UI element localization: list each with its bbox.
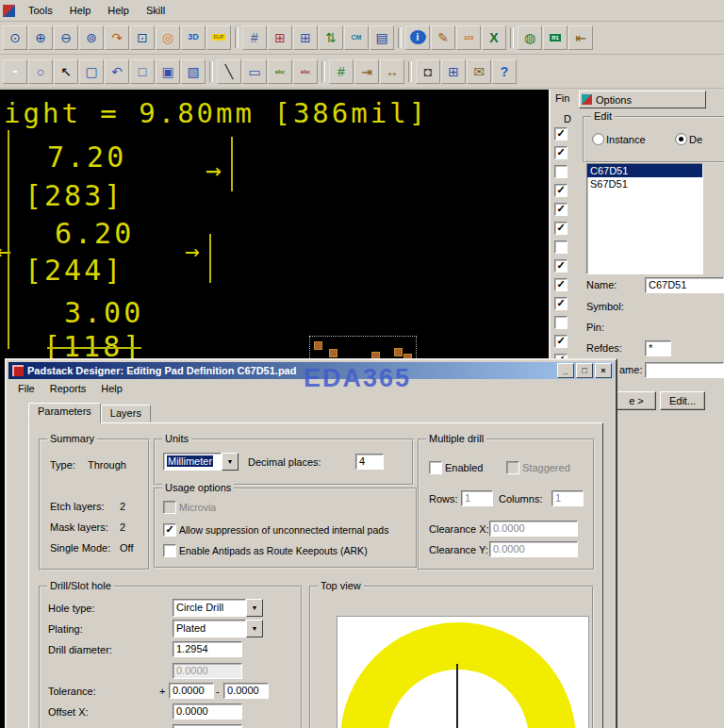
menu-tools[interactable]: Tools bbox=[20, 3, 61, 18]
find-panel-tab[interactable]: Fin bbox=[555, 92, 569, 104]
net-schedule-button[interactable]: # bbox=[329, 59, 354, 84]
tab-layers[interactable]: Layers bbox=[101, 405, 151, 422]
chevron-down-icon[interactable]: ▼ bbox=[222, 453, 239, 471]
tolerance-plus-field[interactable]: 0.0000 bbox=[169, 683, 214, 699]
change-button[interactable]: e > bbox=[617, 391, 656, 410]
blank-tool-button[interactable] bbox=[3, 59, 27, 84]
export-excel-button[interactable]: X bbox=[482, 25, 506, 50]
units-combobox[interactable]: Millimeter ▼ bbox=[163, 453, 239, 471]
visibility-checkbox[interactable] bbox=[554, 316, 568, 329]
rect-tool-button[interactable]: □ bbox=[130, 59, 155, 84]
flip-design-button[interactable]: FLIP bbox=[206, 25, 231, 50]
visibility-checkbox[interactable] bbox=[554, 165, 568, 178]
list-item[interactable]: C67D51 bbox=[587, 164, 702, 177]
visibility-checkbox[interactable]: ✓ bbox=[554, 203, 568, 216]
usage-checkbox-1[interactable] bbox=[163, 501, 176, 514]
zoom-world-button[interactable]: ⊡ bbox=[130, 25, 155, 50]
rows-field[interactable]: 1 bbox=[461, 490, 493, 506]
numbers-button[interactable]: 123 bbox=[456, 25, 481, 50]
copy-view-button[interactable]: ⊞ bbox=[441, 59, 466, 84]
field-value[interactable]: C67D51 bbox=[645, 277, 724, 293]
visibility-checkbox[interactable]: ✓ bbox=[554, 278, 568, 291]
select-cursor-button[interactable]: ↖ bbox=[54, 59, 78, 84]
chevron-down-icon[interactable]: ▼ bbox=[246, 620, 263, 637]
edit-button[interactable]: Edit... bbox=[660, 391, 705, 410]
edit-mode-radio-instance[interactable] bbox=[592, 133, 604, 145]
clearance-y-field[interactable]: 0.0000 bbox=[489, 541, 578, 557]
dialog-titlebar[interactable]: Padstack Designer: Editing Pad Definitio… bbox=[8, 362, 614, 379]
toolbar-separator bbox=[209, 61, 213, 82]
dialog-menu-reports[interactable]: Reports bbox=[42, 381, 94, 396]
usage-checkbox-3[interactable] bbox=[163, 544, 176, 557]
text-tool-button[interactable]: abc bbox=[268, 59, 292, 84]
visibility-checkbox[interactable]: ✓ bbox=[554, 146, 568, 159]
cross-section-button[interactable]: CM bbox=[344, 25, 369, 50]
offset-y-field[interactable]: 0.0000 bbox=[173, 724, 242, 728]
assign-color-button[interactable]: ⊞ bbox=[293, 25, 318, 50]
padstack-list[interactable]: C67D51S67D51 bbox=[586, 163, 703, 274]
offset-x-field[interactable]: 0.0000 bbox=[173, 703, 242, 720]
snapshot-button[interactable]: ◘ bbox=[416, 59, 440, 84]
visibility-checkbox[interactable]: ✓ bbox=[554, 127, 568, 141]
zoom-in-button[interactable]: ⊕ bbox=[28, 25, 53, 50]
undo-move-button[interactable]: ↶ bbox=[105, 59, 129, 84]
export-mail-button[interactable]: ✉ bbox=[467, 59, 491, 84]
visibility-checkbox[interactable] bbox=[554, 240, 568, 254]
dialog-menu-file[interactable]: File bbox=[10, 381, 42, 396]
zoom-out-button[interactable]: ⊖ bbox=[54, 25, 78, 50]
visibility-checkbox[interactable]: ✓ bbox=[554, 335, 568, 348]
info-button[interactable]: i bbox=[405, 25, 430, 50]
columns-field[interactable]: 1 bbox=[551, 490, 584, 506]
field-value[interactable]: * bbox=[645, 340, 671, 356]
grid-toggle-button[interactable]: # bbox=[242, 25, 267, 50]
visibility-checkbox[interactable]: ✓ bbox=[554, 184, 568, 197]
drill-diameter-field[interactable]: 1.2954 bbox=[173, 641, 242, 657]
hole-type-combobox[interactable]: Circle Drill ▼ bbox=[173, 599, 263, 617]
tab-parameters[interactable]: Parameters bbox=[28, 403, 101, 423]
artwork-film-button[interactable]: ▤ bbox=[370, 25, 394, 50]
shape-tool-button[interactable]: ▭ bbox=[242, 59, 267, 84]
usage-checkbox-2[interactable]: ✓ bbox=[163, 523, 176, 537]
chevron-down-icon[interactable]: ▼ bbox=[246, 599, 263, 617]
r1-tool-button[interactable]: R1 bbox=[543, 25, 568, 50]
select-window-button[interactable]: ▧ bbox=[181, 59, 206, 84]
minimize-button[interactable]: _ bbox=[557, 363, 574, 378]
decimal-places-field[interactable]: 4 bbox=[355, 454, 384, 470]
dimension-extension-button[interactable]: ⇥ bbox=[354, 59, 379, 84]
text-edit-tool-button[interactable]: abc bbox=[293, 59, 318, 84]
circle-tool-button[interactable]: ○ bbox=[28, 59, 53, 84]
visibility-checkbox[interactable]: ✓ bbox=[554, 259, 568, 273]
shell-tool-button[interactable]: ◎ bbox=[156, 25, 180, 50]
zoom-previous-button[interactable]: ⊚ bbox=[79, 25, 104, 50]
visibility-checkbox[interactable]: ✓ bbox=[554, 297, 568, 310]
plating-combobox[interactable]: Plated ▼ bbox=[173, 620, 263, 637]
menu-skill[interactable]: Skill bbox=[138, 3, 173, 18]
dimension-linear-button[interactable]: ↔ bbox=[380, 59, 404, 84]
clearance-x-field[interactable]: 0.0000 bbox=[489, 521, 578, 537]
zoom-points-button[interactable]: ⊙ bbox=[3, 25, 27, 50]
maximize-button[interactable]: □ bbox=[576, 363, 593, 378]
line-tool-button[interactable]: ╲ bbox=[217, 59, 241, 84]
visibility-checkbox[interactable]: ✓ bbox=[554, 222, 568, 235]
close-button[interactable]: × bbox=[595, 363, 612, 378]
filled-rect-tool-button[interactable]: ▣ bbox=[156, 59, 180, 84]
swap-layers-button[interactable]: ⇅ bbox=[319, 25, 343, 50]
measure-button[interactable]: ⇤ bbox=[568, 25, 593, 50]
dialog-menu-help[interactable]: Help bbox=[93, 381, 130, 396]
field-value[interactable] bbox=[645, 362, 724, 378]
view-3d-button[interactable]: 3D bbox=[181, 25, 206, 50]
enabled-checkbox[interactable] bbox=[429, 461, 442, 474]
menu-help[interactable]: Help bbox=[99, 3, 138, 18]
staggered-checkbox[interactable] bbox=[506, 461, 519, 474]
ratsnest-button[interactable]: ⊞ bbox=[268, 25, 292, 50]
redo-button[interactable]: ↷ bbox=[105, 25, 129, 50]
tolerance-minus-field[interactable]: 0.0000 bbox=[223, 683, 269, 699]
help-button[interactable]: ? bbox=[492, 59, 517, 84]
edit-mode-radio-de[interactable] bbox=[675, 133, 687, 145]
web-globe-button[interactable]: ◍ bbox=[518, 25, 542, 50]
properties-edit-button[interactable]: ✎ bbox=[431, 25, 455, 50]
menu-help[interactable]: Help bbox=[61, 3, 100, 18]
options-panel-titlebar[interactable]: Options bbox=[579, 91, 706, 108]
rounded-rect-tool-button[interactable]: ▢ bbox=[79, 59, 104, 84]
list-item[interactable]: S67D51 bbox=[587, 177, 702, 190]
